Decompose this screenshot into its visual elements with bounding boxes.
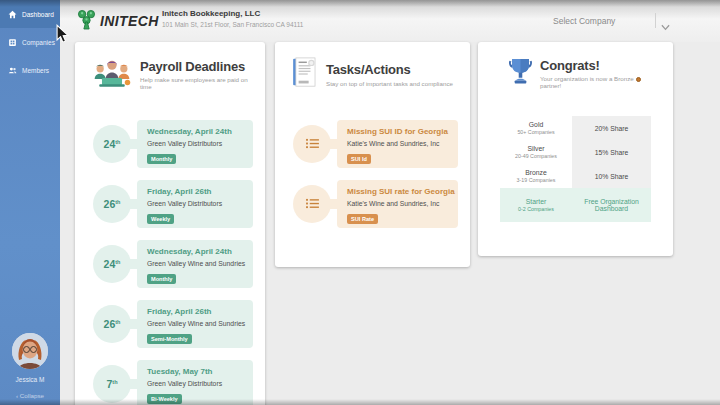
initech-clover-icon <box>76 7 97 34</box>
tier-range: 50+ Companies <box>517 129 554 135</box>
deadline-date-label: Wednesday, April 24th <box>147 247 247 256</box>
deadline-company: Green Valley Wine and Sundries <box>147 260 247 267</box>
sidebar-item-label: Members <box>22 67 49 74</box>
task-badge: SUI Rate <box>347 214 378 224</box>
app-window: Dashboard Companies Members <box>0 0 720 405</box>
task-title: Missing SUI rate for Georgia <box>347 187 452 196</box>
tier-row-gold: Gold 50+ Companies 20% Share <box>500 116 651 140</box>
tier-benefit: 10% Share <box>572 164 651 188</box>
deadline-date-label: Tuesday, May 7th <box>147 367 247 376</box>
deadline-item-body: Wednesday, April 24th Green Valley Wine … <box>137 240 253 288</box>
sidebar-item-companies[interactable]: Companies <box>0 28 60 56</box>
deadline-item-body: Wednesday, April 24th Green Valley Distr… <box>137 120 253 168</box>
deadline-item[interactable]: 26th Friday, April 26th Green Valley Win… <box>87 300 253 348</box>
payroll-card-subtitle: Help make sure employees are paid on tim… <box>140 76 255 90</box>
payroll-card-title-block: Payroll Deadlines Help make sure employe… <box>140 59 255 91</box>
deadline-item[interactable]: 24th Wednesday, April 24th Green Valley … <box>87 120 253 168</box>
tier-benefit: 20% Share <box>572 116 651 140</box>
tier-name: Bronze <box>525 169 547 176</box>
frequency-badge: Monthly <box>147 154 176 164</box>
congrats-card: Congrats! Your organization is now a Bro… <box>478 42 673 256</box>
tasks-card-title: Tasks/Actions <box>326 62 453 77</box>
deadline-item[interactable]: 26th Friday, April 26th Green Valley Dis… <box>87 180 253 228</box>
deadline-item-body: Friday, April 26th Green Valley Wine and… <box>137 300 253 348</box>
avatar[interactable] <box>12 333 48 369</box>
tier-name: Silver <box>528 145 545 152</box>
deadline-item-body: Tuesday, May 7th Green Valley Distributo… <box>137 360 253 405</box>
document-illustration-icon <box>291 57 319 92</box>
deadline-date-label: Friday, April 26th <box>147 187 247 196</box>
tier-benefit: 15% Share <box>572 140 651 164</box>
tier-range: 3-19 Companies <box>517 177 556 183</box>
congrats-title-block: Congrats! Your organization is now a Bro… <box>540 58 663 90</box>
deadline-item[interactable]: 7th Tuesday, May 7th Green Valley Distri… <box>87 360 253 405</box>
tier-row-starter: Starter 0-2 Companies Free Organization … <box>500 188 651 222</box>
task-company: Katie's Wine and Sundries, Inc <box>347 140 452 147</box>
payroll-deadlines-card: Payroll Deadlines Help make sure employe… <box>75 42 265 405</box>
tier-name: Starter <box>526 198 546 205</box>
members-icon <box>8 66 17 75</box>
sidebar: Dashboard Companies Members <box>0 0 60 405</box>
tier-range: 20-49 Companies <box>515 153 557 159</box>
logo: INITECH <box>76 7 159 34</box>
task-item-body: Missing SUI rate for Georgia Katie's Win… <box>337 180 458 228</box>
home-icon <box>8 10 17 19</box>
checklist-icon <box>306 135 319 153</box>
task-title: Missing SUI ID for Georgia <box>347 127 452 136</box>
logo-text: INITECH <box>100 13 159 29</box>
bronze-medal-icon <box>636 77 641 82</box>
checklist-icon <box>306 195 319 213</box>
partner-tier-table: Gold 50+ Companies 20% Share Silver 20-4… <box>500 116 651 222</box>
user-name: Jessica M <box>0 376 60 383</box>
chevron-down-icon[interactable] <box>661 17 670 24</box>
task-badge: SUI Id <box>347 154 371 164</box>
task-company: Katie's Wine and Sundries, Inc <box>347 200 452 207</box>
frequency-badge: Semi-Monthly <box>147 334 192 344</box>
tier-name: Gold <box>529 121 543 128</box>
task-item[interactable]: Missing SUI ID for Georgia Katie's Wine … <box>287 120 458 168</box>
tier-row-silver: Silver 20-49 Companies 15% Share <box>500 140 651 164</box>
company-name: Initech Bookkeeping, LLC <box>162 9 303 18</box>
select-company-dropdown[interactable]: Select Company <box>553 16 615 26</box>
deadline-item[interactable]: 24th Wednesday, April 24th Green Valley … <box>87 240 253 288</box>
frequency-badge: Weekly <box>147 214 174 224</box>
sidebar-collapse[interactable]: ‹ Collapse <box>0 392 60 399</box>
task-item[interactable]: Missing SUI rate for Georgia Katie's Win… <box>287 180 458 228</box>
deadline-date-label: Wednesday, April 24th <box>147 127 247 136</box>
tier-benefit: Free Organization Dashboard <box>572 188 651 222</box>
frequency-badge: Bi-Weekly <box>147 394 182 404</box>
deadline-date-label: Friday, April 26th <box>147 307 247 316</box>
tier-range: 0-2 Companies <box>518 206 554 212</box>
tasks-actions-card: Tasks/Actions Stay on top of important t… <box>275 42 470 267</box>
tasks-card-header: Tasks/Actions Stay on top of important t… <box>275 42 470 100</box>
payroll-people-illustration-icon <box>91 57 133 92</box>
payroll-deadline-list: 24th Wednesday, April 24th Green Valley … <box>87 120 253 405</box>
tasks-list: Missing SUI ID for Georgia Katie's Wine … <box>287 120 458 240</box>
deadline-company: Green Valley Distributors <box>147 200 247 207</box>
header-divider <box>655 13 656 28</box>
deadline-company: Green Valley Wine and Sundries <box>147 320 247 327</box>
company-info: Initech Bookkeeping, LLC 101 Main St, 21… <box>162 9 303 28</box>
deadline-company: Green Valley Distributors <box>147 380 247 387</box>
tasks-card-subtitle: Stay on top of important tasks and compl… <box>326 80 453 87</box>
sidebar-item-dashboard[interactable]: Dashboard <box>0 0 60 28</box>
tasks-card-title-block: Tasks/Actions Stay on top of important t… <box>326 62 453 87</box>
building-icon <box>8 38 17 47</box>
congrats-title: Congrats! <box>540 58 663 73</box>
congrats-subtitle: Your organization is now a Bronzepartner… <box>540 75 663 89</box>
task-item-body: Missing SUI ID for Georgia Katie's Wine … <box>337 120 458 168</box>
deadline-item-body: Friday, April 26th Green Valley Distribu… <box>137 180 253 228</box>
tier-row-bronze: Bronze 3-19 Companies 10% Share <box>500 164 651 188</box>
sidebar-item-label: Dashboard <box>22 11 54 18</box>
trophy-icon <box>508 57 533 90</box>
sidebar-user-section: Jessica M ‹ Collapse <box>0 333 60 399</box>
top-header: INITECH Initech Bookkeeping, LLC 101 Mai… <box>60 0 720 42</box>
payroll-card-title: Payroll Deadlines <box>140 59 255 74</box>
congrats-card-header: Congrats! Your organization is now a Bro… <box>478 42 673 98</box>
company-address: 101 Main St, 21st Floor, San Francisco C… <box>162 21 303 28</box>
collapse-arrow-icon: ‹ <box>16 392 18 399</box>
sidebar-item-members[interactable]: Members <box>0 56 60 84</box>
payroll-card-header: Payroll Deadlines Help make sure employe… <box>75 42 265 100</box>
frequency-badge: Monthly <box>147 274 176 284</box>
deadline-company: Green Valley Distributors <box>147 140 247 147</box>
